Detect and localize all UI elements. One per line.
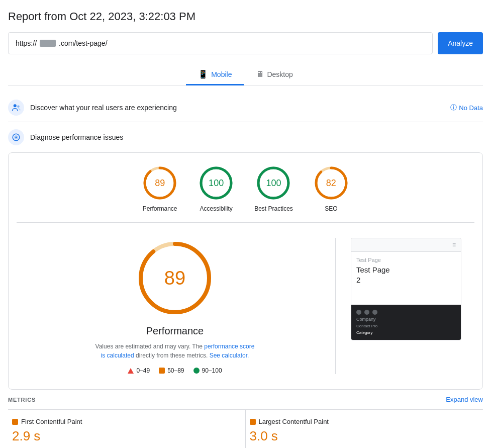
real-users-icon	[8, 100, 24, 116]
score-accessibility[interactable]: 100 Accessibility	[198, 165, 234, 212]
footer-links: Contact Pro	[356, 324, 456, 328]
score-label-performance: Performance	[143, 205, 177, 212]
url-bar: https:// .com/test-page/ Analyze	[8, 32, 483, 54]
diagnose-icon	[8, 129, 24, 145]
metric-lcp-value: 3.0 s	[250, 428, 479, 444]
score-number-accessibility: 100	[209, 178, 224, 189]
big-score-circle: 89	[135, 238, 215, 318]
score-label-seo: SEO	[325, 205, 337, 212]
fail-icon	[128, 368, 134, 374]
phone-heading-1: Test Page	[356, 265, 390, 274]
metric-lcp-name: Largest Contentful Paint	[250, 418, 479, 425]
tab-bar: 📱 Mobile 🖥 Desktop	[8, 64, 483, 85]
url-text: .com/test-page/	[59, 39, 108, 47]
legend-fail-label: 0–49	[136, 367, 150, 374]
detail-title: Performance	[146, 325, 204, 337]
no-data-link[interactable]: ⓘ No Data	[450, 103, 483, 112]
score-circle-accessibility: 100	[198, 165, 234, 201]
tab-mobile[interactable]: 📱 Mobile	[186, 64, 244, 85]
svg-point-4	[16, 137, 17, 138]
screenshot-area: ≡ Test Page Test Page 2	[346, 238, 466, 340]
desktop-icon: 🖥	[256, 70, 264, 79]
score-number-performance: 89	[155, 178, 165, 189]
diagnose-banner: Diagnose performance issues	[8, 122, 483, 152]
vertical-divider	[335, 238, 336, 374]
metric-fcp-value: 2.9 s	[12, 428, 241, 444]
footer-icon-1	[356, 310, 361, 315]
footer-company: Company	[356, 317, 456, 322]
footer-icons	[356, 310, 456, 315]
scores-card: 89 Performance 100 Accessibility	[8, 152, 483, 390]
real-users-banner: Discover what your real users are experi…	[8, 94, 483, 122]
lcp-color	[250, 419, 256, 425]
metrics-section: METRICS Expand view First Contentful Pai…	[8, 390, 483, 448]
score-performance[interactable]: 89 Performance	[142, 165, 178, 212]
tab-desktop[interactable]: 🖥 Desktop	[244, 64, 305, 85]
diagnose-title: Diagnose performance issues	[30, 133, 123, 141]
score-number-seo: 82	[326, 178, 336, 189]
legend-avg-label: 50–89	[167, 367, 184, 374]
tab-desktop-label: Desktop	[267, 70, 292, 78]
detail-note: Values are estimated and may vary. The p…	[94, 342, 255, 360]
phone-heading: Test Page 2	[356, 265, 456, 285]
info-icon: ⓘ	[450, 103, 457, 112]
avg-icon	[159, 368, 165, 374]
expand-view-button[interactable]: Expand view	[446, 396, 483, 403]
detail-left: 89 Performance Values are estimated and …	[25, 238, 325, 374]
score-label-best-practices: Best Practices	[254, 205, 293, 212]
phone-preview: ≡ Test Page Test Page 2	[351, 238, 461, 340]
phone-page-label: Test Page	[356, 257, 456, 263]
score-legend: 0–49 50–89 90–100	[128, 367, 222, 374]
detail-section: 89 Performance Values are estimated and …	[17, 223, 474, 389]
score-label-accessibility: Accessibility	[200, 205, 232, 212]
tab-mobile-label: Mobile	[211, 70, 232, 78]
fcp-color	[12, 419, 18, 425]
good-icon	[193, 368, 200, 374]
legend-avg: 50–89	[159, 367, 184, 374]
mobile-icon: 📱	[198, 69, 208, 79]
big-score-number: 89	[164, 267, 185, 289]
score-circle-seo: 82	[313, 165, 349, 201]
score-circle-best-practices: 100	[255, 165, 291, 201]
footer-icon-3	[372, 310, 377, 315]
svg-point-0	[14, 104, 17, 107]
metrics-header: METRICS Expand view	[8, 390, 483, 409]
legend-fail: 0–49	[128, 367, 150, 374]
metric-lcp: Largest Contentful Paint 3.0 s	[246, 410, 483, 448]
phone-footer: Company Contact Pro Category	[351, 305, 461, 340]
url-input[interactable]: https:// .com/test-page/	[8, 32, 433, 54]
scores-row: 89 Performance 100 Accessibility	[17, 165, 474, 222]
score-seo[interactable]: 82 SEO	[313, 165, 349, 212]
url-blur	[40, 40, 56, 47]
footer-category: Category	[356, 330, 456, 335]
phone-header: ≡	[351, 238, 461, 252]
score-circle-performance: 89	[142, 165, 178, 201]
score-best-practices[interactable]: 100 Best Practices	[254, 165, 293, 212]
svg-point-1	[17, 106, 20, 108]
phone-menu-icon: ≡	[452, 241, 456, 248]
report-title: Report from Oct 22, 2023, 3:22:03 PM	[8, 10, 483, 23]
no-data-label: No Data	[459, 104, 483, 112]
legend-good: 90–100	[193, 367, 222, 374]
metrics-label: METRICS	[8, 397, 36, 403]
real-users-title: Discover what your real users are experi…	[30, 104, 177, 112]
analyze-button[interactable]: Analyze	[438, 32, 483, 54]
phone-heading-2: 2	[356, 276, 360, 284]
footer-icon-2	[364, 310, 369, 315]
phone-body: Test Page Test Page 2	[351, 252, 461, 305]
legend-good-label: 90–100	[202, 367, 222, 374]
calculator-link[interactable]: See calculator.	[210, 352, 249, 359]
score-number-best-practices: 100	[266, 178, 281, 189]
metrics-grid: First Contentful Paint 2.9 s Largest Con…	[8, 409, 483, 448]
metric-fcp: First Contentful Paint 2.9 s	[8, 410, 246, 448]
metric-fcp-name: First Contentful Paint	[12, 418, 241, 425]
